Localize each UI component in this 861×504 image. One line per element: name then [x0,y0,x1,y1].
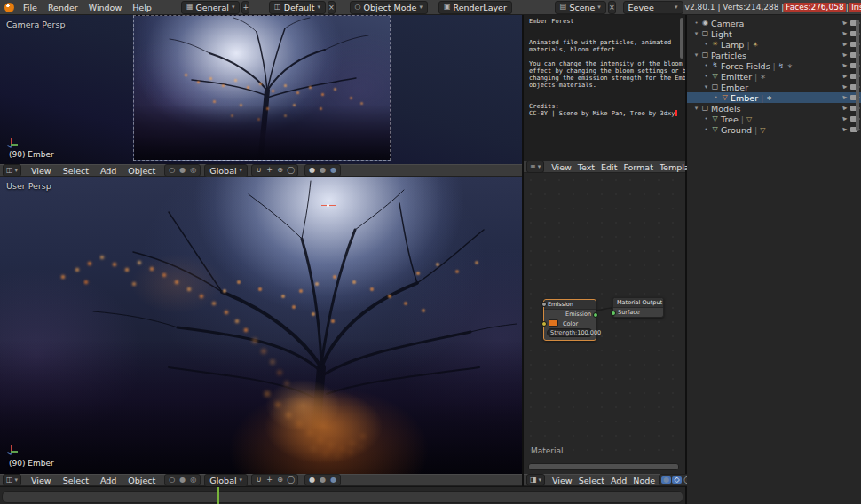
mesh-data-icon[interactable]: ▽ [760,126,765,134]
menu-select[interactable]: Select [58,476,94,485]
menu-add[interactable]: Add [95,476,122,485]
view-layer-select[interactable]: RenderLayer [438,1,512,14]
outliner-row-light[interactable]: ▾ ▢ Light ▶ [687,28,861,39]
editor-type-button[interactable]: ▾ [3,164,21,177]
playhead[interactable] [217,487,219,504]
shader-socket-icon[interactable] [593,312,598,318]
snap-group[interactable] [251,474,298,486]
selectable-toggle-icon[interactable]: ▶ [841,73,848,80]
scene-select[interactable]: Scene ▾ [555,1,606,14]
menu-text[interactable]: Text [575,162,597,172]
menu-select[interactable]: Select [576,476,607,485]
menu-view[interactable]: View [26,476,57,485]
menu-edit[interactable]: Edit [598,162,620,172]
selectable-toggle-icon[interactable]: ▶ [841,30,848,37]
menu-file[interactable]: File [19,3,42,12]
layout-select[interactable]: Default ▾ [269,1,326,14]
menu-object[interactable]: Object [122,166,161,176]
use-nodes-toggle[interactable] [661,476,671,484]
render-engine-select[interactable]: Eevee ▾ [623,1,683,14]
expand-icon[interactable]: ▾ [702,83,710,91]
transform-orientation-select[interactable]: Global ▾ [204,474,248,487]
shader-editor[interactable]: Emission Emission Color Strength:100.000… [524,173,685,474]
menu-view[interactable]: View [26,166,57,176]
outliner-row-ember-object[interactable]: • ▽ Ember | ∗ ▶ [687,92,861,103]
shading-group[interactable] [304,164,341,177]
selectable-toggle-icon[interactable]: ▶ [841,62,848,69]
outliner[interactable]: • ◉ Camera ▶ ▾ ▢ Light ▶ • ☀ Lamp | ☀ ▶ … [687,15,861,504]
light-data-icon[interactable]: ☀ [753,41,759,49]
mode-icon-group[interactable] [164,474,201,486]
emission-output-socket-row[interactable]: Emission [544,310,596,319]
color-socket-icon[interactable] [541,321,547,327]
surface-input-row[interactable]: Surface [613,308,663,317]
outliner-row-ground[interactable]: • ▽ Ground | ▽ ▶ [687,124,861,135]
force-field-data-icon[interactable]: ∗ [787,62,794,70]
outliner-row-force-fields[interactable]: • ↯ Force Fields | ↯ ∗ ▶ [687,60,861,71]
shading-group[interactable] [304,474,341,486]
material-output-node[interactable]: Material Output Surface [612,297,664,318]
particles-data-icon[interactable]: ∗ [760,73,766,81]
menu-select[interactable]: Select [58,166,94,176]
viewport-user[interactable]: User Persp (90) Ember [0,177,522,474]
selectable-toggle-icon[interactable]: ▶ [841,20,848,27]
menu-render[interactable]: Render [43,3,83,12]
timeline-scrollbar[interactable] [2,491,683,503]
menu-view[interactable]: View [549,162,574,172]
editor-type-button[interactable]: ▾ [3,474,21,486]
outliner-row-emitter[interactable]: • ▽ Emitter | ∗ ▶ [687,71,861,82]
outliner-row-camera[interactable]: • ◉ Camera ▶ [687,18,861,28]
menu-object[interactable]: Object [122,476,161,485]
particles-data-icon[interactable]: ∗ [766,94,772,102]
outliner-row-tree[interactable]: • ▽ Tree | ▽ ▶ [687,114,861,124]
pin-icon[interactable] [672,476,682,484]
menu-help[interactable]: Help [128,3,156,12]
transform-orientation-select[interactable]: Global ▾ [204,164,248,177]
snap-group[interactable] [251,164,298,177]
shader-socket-icon[interactable] [611,311,616,316]
menu-format[interactable]: Format [620,162,655,172]
menu-window[interactable]: Window [84,3,126,12]
selectable-toggle-icon[interactable]: ▶ [841,83,848,91]
expand-icon[interactable]: ▾ [692,51,700,59]
text-editor-content[interactable]: Ember Forest Animated file with particle… [529,18,685,117]
outliner-row-models[interactable]: ▾ ▢ Models ▶ [687,103,861,114]
delete-layout-button[interactable]: × [328,1,336,14]
editor-type-button[interactable]: ▾ [526,474,545,486]
blender-logo-icon[interactable] [4,3,14,12]
force-field-data-icon[interactable]: ↯ [778,62,785,70]
outliner-row-ember-collection[interactable]: ▾ ▢ Ember ▶ [687,82,861,92]
expand-icon[interactable]: ▾ [692,30,700,37]
color-swatch[interactable] [549,319,558,327]
mesh-data-icon[interactable]: ▽ [746,115,752,123]
color-input-row[interactable]: Color [544,319,596,327]
selectable-toggle-icon[interactable]: ▶ [841,51,848,59]
viewport-camera[interactable]: Camera Persp [0,15,522,164]
strength-field[interactable]: Strength:100.000 [547,328,593,337]
horizontal-scrollbar[interactable] [528,463,679,470]
menu-add[interactable]: Add [608,476,629,485]
mode-select[interactable]: Object Mode ▾ [350,1,428,14]
add-workspace-button[interactable]: + [241,1,249,14]
menu-add[interactable]: Add [95,166,122,176]
outliner-scrollbar[interactable] [856,20,859,131]
timeline[interactable] [0,486,685,504]
delete-scene-button[interactable]: × [608,1,616,14]
outliner-row-particles[interactable]: ▾ ▢ Particles ▶ [687,50,861,60]
workspace-select[interactable]: General ▾ [181,1,241,14]
value-socket-icon[interactable] [541,302,547,307]
selectable-toggle-icon[interactable]: ▶ [841,94,848,101]
mode-icon-group[interactable] [164,164,201,177]
menu-view[interactable]: View [549,476,575,485]
menu-node[interactable]: Node [630,476,658,485]
editor-type-button[interactable]: ▾ [526,161,544,173]
emission-node[interactable]: Emission Emission Color Strength:100.000 [543,299,596,341]
selectable-toggle-icon[interactable]: ▶ [841,41,848,48]
outliner-row-lamp[interactable]: • ☀ Lamp | ☀ ▶ [687,39,861,50]
selectable-toggle-icon[interactable]: ▶ [841,105,848,112]
expand-icon[interactable]: ▾ [692,105,700,112]
text-editor[interactable]: Ember Forest Animated file with particle… [524,15,685,161]
selectable-toggle-icon[interactable]: ▶ [841,126,848,133]
selectable-toggle-icon[interactable]: ▶ [841,115,848,122]
text-editor-scrollbar[interactable] [680,18,683,59]
